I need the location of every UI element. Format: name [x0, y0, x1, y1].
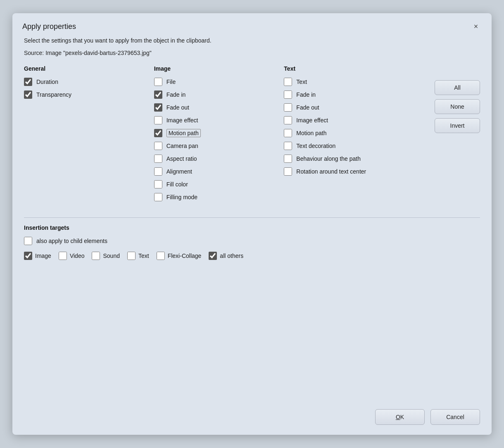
bottom-buttons: OK Cancel: [12, 403, 492, 435]
ins-image-label[interactable]: Image: [35, 253, 51, 259]
img-aspect-ratio-checkbox[interactable]: [154, 155, 162, 163]
transparency-label[interactable]: Transparency: [36, 91, 71, 98]
img-camera-pan-checkbox[interactable]: [154, 142, 162, 150]
txt-rotation-label[interactable]: Rotation around text center: [296, 168, 366, 175]
txt-rotation-checkbox[interactable]: [284, 167, 292, 176]
checkbox-txt-fade-in: Fade in: [284, 91, 414, 99]
txt-fade-out-label[interactable]: Fade out: [296, 104, 319, 111]
img-fade-in-checkbox[interactable]: [154, 91, 162, 99]
duration-label[interactable]: Duration: [36, 79, 58, 85]
img-fill-color-label[interactable]: Fill color: [166, 181, 188, 188]
checkbox-txt-image-effect: Image effect: [284, 116, 414, 124]
text-column: Text Text Fade in Fade out Image effect: [284, 65, 414, 206]
checkbox-child-elements: also apply to child elements: [24, 237, 480, 245]
img-image-effect-label[interactable]: Image effect: [166, 117, 198, 124]
ins-video-checkbox[interactable]: [59, 252, 67, 260]
txt-motion-path-label[interactable]: Motion path: [296, 130, 326, 136]
checkbox-txt-behaviour-path: Behaviour along the path: [284, 155, 414, 163]
txt-text-label[interactable]: Text: [296, 79, 307, 85]
checkbox-img-motion-path: Motion path: [154, 129, 284, 137]
general-header: General: [24, 65, 154, 72]
checkbox-txt-text-decoration: Text decoration: [284, 142, 414, 150]
apply-properties-dialog: Apply properties × Select the settings t…: [12, 13, 492, 435]
dialog-title: Apply properties: [22, 22, 76, 31]
ins-text-checkbox[interactable]: [127, 252, 136, 260]
ins-others-label[interactable]: all others: [220, 253, 243, 259]
insertion-text: Text: [127, 252, 149, 260]
img-fill-color-checkbox[interactable]: [154, 180, 162, 188]
ins-flexi-checkbox[interactable]: [157, 252, 165, 260]
img-camera-pan-label[interactable]: Camera pan: [166, 143, 198, 149]
img-image-effect-checkbox[interactable]: [154, 116, 162, 124]
cancel-button[interactable]: Cancel: [430, 409, 480, 425]
insertion-targets-section: Insertion targets also apply to child el…: [24, 224, 480, 260]
insertion-others: all others: [209, 252, 243, 260]
ins-sound-checkbox[interactable]: [92, 252, 100, 260]
duration-checkbox[interactable]: [24, 78, 32, 86]
ins-video-label[interactable]: Video: [70, 253, 85, 259]
invert-button[interactable]: Invert: [435, 118, 480, 133]
child-elements-label[interactable]: also apply to child elements: [36, 238, 107, 244]
checkbox-img-filling-mode: Filling mode: [154, 193, 284, 201]
txt-image-effect-checkbox[interactable]: [284, 116, 292, 124]
img-motion-path-checkbox[interactable]: [154, 129, 162, 137]
txt-image-effect-label[interactable]: Image effect: [296, 117, 328, 124]
source-line: Source: Image "pexels-david-bartus-23796…: [24, 50, 480, 56]
txt-text-decoration-checkbox[interactable]: [284, 142, 292, 150]
insertion-flexi: Flexi-Collage: [157, 252, 202, 260]
insertion-image: Image: [24, 252, 51, 260]
ins-flexi-label[interactable]: Flexi-Collage: [168, 253, 202, 259]
txt-fade-in-checkbox[interactable]: [284, 91, 292, 99]
txt-fade-in-label[interactable]: Fade in: [296, 91, 316, 98]
checkbox-img-fill-color: Fill color: [154, 180, 284, 188]
insertion-targets-header: Insertion targets: [24, 224, 480, 231]
columns-area: General Duration Transparency Image File: [24, 65, 480, 206]
all-button[interactable]: All: [435, 80, 480, 95]
checkbox-transparency: Transparency: [24, 91, 154, 99]
txt-motion-path-checkbox[interactable]: [284, 129, 292, 137]
txt-text-checkbox[interactable]: [284, 78, 292, 86]
checkbox-img-file: File: [154, 78, 284, 86]
dialog-body: Select the settings that you want to app…: [12, 37, 492, 403]
img-fade-out-checkbox[interactable]: [154, 103, 162, 112]
checkbox-img-image-effect: Image effect: [154, 116, 284, 124]
ins-image-checkbox[interactable]: [24, 252, 32, 260]
img-fade-out-label[interactable]: Fade out: [166, 104, 189, 111]
checkbox-img-alignment: Alignment: [154, 167, 284, 176]
none-button[interactable]: None: [435, 99, 480, 114]
img-fade-in-label[interactable]: Fade in: [166, 91, 186, 98]
insertion-targets-row: Image Video Sound Text Flexi-Collage: [24, 252, 480, 260]
ins-text-label[interactable]: Text: [138, 253, 149, 259]
img-motion-path-label[interactable]: Motion path: [166, 130, 201, 136]
txt-behaviour-path-label[interactable]: Behaviour along the path: [296, 155, 361, 162]
checkbox-txt-fade-out: Fade out: [284, 103, 414, 112]
img-file-checkbox[interactable]: [154, 78, 162, 86]
img-aspect-ratio-label[interactable]: Aspect ratio: [166, 155, 197, 162]
img-file-label[interactable]: File: [166, 79, 176, 85]
ok-button[interactable]: OK: [375, 409, 425, 425]
txt-behaviour-path-checkbox[interactable]: [284, 155, 292, 163]
img-filling-mode-checkbox[interactable]: [154, 193, 162, 201]
ins-others-checkbox[interactable]: [209, 252, 217, 260]
txt-text-decoration-label[interactable]: Text decoration: [296, 143, 335, 149]
ins-sound-label[interactable]: Sound: [103, 253, 119, 259]
close-button[interactable]: ×: [470, 21, 482, 32]
img-filling-mode-label[interactable]: Filling mode: [166, 194, 197, 200]
image-header: Image: [154, 65, 284, 72]
cancel-label: Cancel: [446, 414, 464, 420]
img-alignment-label[interactable]: Alignment: [166, 168, 192, 175]
checkbox-img-aspect-ratio: Aspect ratio: [154, 155, 284, 163]
text-header: Text: [284, 65, 414, 72]
general-column: General Duration Transparency: [24, 65, 154, 206]
checkbox-img-fade-in: Fade in: [154, 91, 284, 99]
transparency-checkbox[interactable]: [24, 91, 32, 99]
checkbox-txt-motion-path: Motion path: [284, 129, 414, 137]
checkbox-txt-rotation: Rotation around text center: [284, 167, 414, 176]
divider: [24, 217, 480, 218]
action-buttons-area: All None Invert: [414, 65, 480, 206]
description-text: Select the settings that you want to app…: [24, 37, 480, 44]
txt-fade-out-checkbox[interactable]: [284, 103, 292, 112]
child-elements-checkbox[interactable]: [24, 237, 32, 245]
img-alignment-checkbox[interactable]: [154, 167, 162, 176]
checkbox-img-fade-out: Fade out: [154, 103, 284, 112]
